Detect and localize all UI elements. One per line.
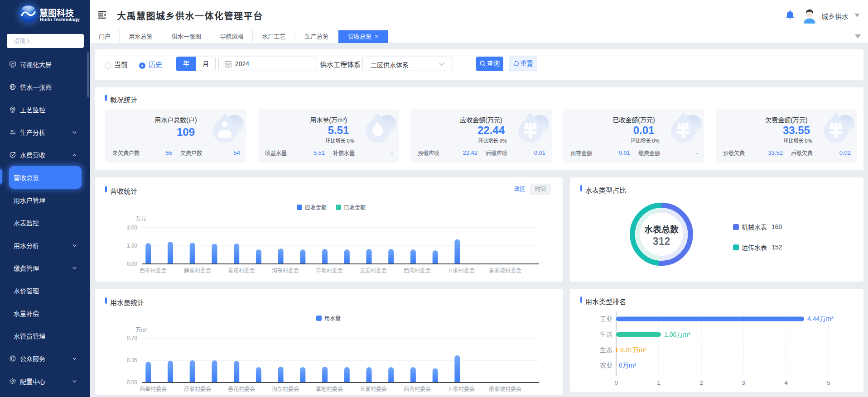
svg-text:1: 1 xyxy=(657,379,660,386)
svg-text:0.01万m³: 0.01万m³ xyxy=(620,346,646,354)
svg-text:0.00: 0.00 xyxy=(127,261,138,267)
svg-text:沟东村委会: 沟东村委会 xyxy=(272,268,299,274)
svg-text:万元: 万元 xyxy=(135,215,146,222)
svg-text:0.35: 0.35 xyxy=(127,357,138,364)
svg-text:生活: 生活 xyxy=(600,331,612,338)
svg-text:工业: 工业 xyxy=(600,315,612,322)
svg-text:0万m³: 0万m³ xyxy=(619,362,636,369)
svg-text:0.00: 0.00 xyxy=(127,379,138,386)
svg-text:草地村委会: 草地村委会 xyxy=(316,386,343,392)
svg-text:西奉村委会: 西奉村委会 xyxy=(140,268,167,274)
svg-text:薛家村委会: 薛家村委会 xyxy=(184,267,211,274)
svg-text:生态: 生态 xyxy=(600,346,612,354)
svg-text:0: 0 xyxy=(614,379,617,386)
svg-text:5: 5 xyxy=(827,379,830,386)
svg-text:农业: 农业 xyxy=(600,362,612,369)
svg-text:卜家村委会: 卜家村委会 xyxy=(448,267,475,274)
svg-text:卜家村委会: 卜家村委会 xyxy=(448,386,475,392)
svg-text:西沟村委会: 西沟村委会 xyxy=(404,268,431,274)
svg-text:五爱村委会: 五爱村委会 xyxy=(360,386,387,392)
svg-text:1.50: 1.50 xyxy=(127,243,138,249)
svg-text:沟东村委会: 沟东村委会 xyxy=(272,386,299,392)
svg-text:3.00: 3.00 xyxy=(127,225,138,231)
svg-text:1.06万m³: 1.06万m³ xyxy=(664,331,690,338)
svg-text:薛家村委会: 薛家村委会 xyxy=(184,386,211,392)
svg-text:0.70: 0.70 xyxy=(127,335,138,341)
svg-text:万m³: 万m³ xyxy=(135,327,147,333)
svg-text:4.44万m³: 4.44万m³ xyxy=(807,315,834,322)
svg-text:3: 3 xyxy=(742,379,745,386)
svg-text:秦家坡村委会: 秦家坡村委会 xyxy=(489,386,521,392)
svg-text:水表总数: 水表总数 xyxy=(644,225,679,234)
svg-text:西沟村委会: 西沟村委会 xyxy=(404,386,431,392)
svg-text:草地村委会: 草地村委会 xyxy=(316,268,343,274)
svg-text:五爱村委会: 五爱村委会 xyxy=(360,268,387,274)
svg-text:西奉村委会: 西奉村委会 xyxy=(140,386,167,392)
svg-text:善花村委会: 善花村委会 xyxy=(228,386,255,392)
svg-text:善花村委会: 善花村委会 xyxy=(228,267,255,274)
svg-text:2: 2 xyxy=(699,379,703,386)
svg-text:4: 4 xyxy=(784,379,787,386)
svg-text:秦家坡村委会: 秦家坡村委会 xyxy=(489,267,521,274)
svg-text:312: 312 xyxy=(653,235,670,247)
